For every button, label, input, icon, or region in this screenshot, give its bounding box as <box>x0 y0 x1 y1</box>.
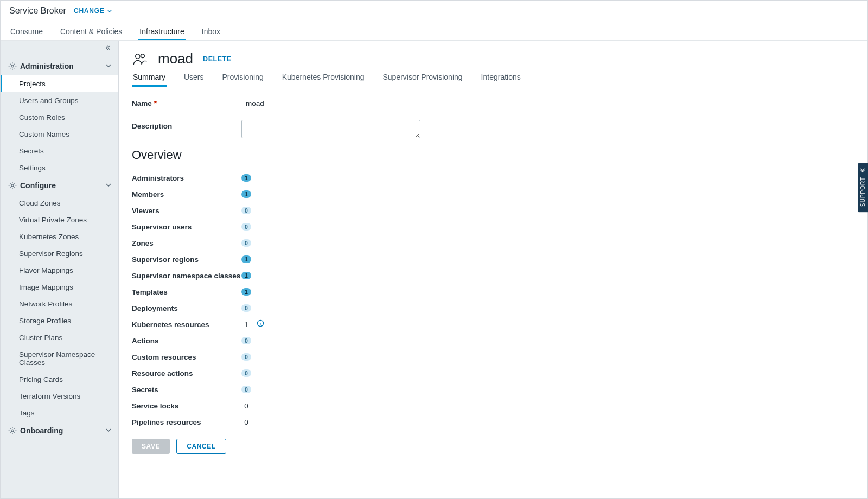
sidebar-item-storage-profiles[interactable]: Storage Profiles <box>1 312 118 329</box>
page-title-row: moad DELETE <box>132 50 854 67</box>
overview-value: 1 <box>241 288 251 296</box>
sidebar-item-flavor-mappings[interactable]: Flavor Mappings <box>1 262 118 279</box>
overview-value: 1 <box>241 255 251 263</box>
overview-label: Resource actions <box>132 369 241 378</box>
sidebar-item-pricing-cards[interactable]: Pricing Cards <box>1 371 118 388</box>
top-tab-content-policies[interactable]: Content & Policies <box>59 27 123 40</box>
tab-provisioning[interactable]: Provisioning <box>221 73 264 87</box>
top-tab-infrastructure[interactable]: Infrastructure <box>138 27 185 40</box>
overview-row: Resource actions0 <box>132 365 854 381</box>
overview-row: Deployments0 <box>132 300 854 316</box>
overview-label: Pipelines resources <box>132 418 241 426</box>
svg-point-7 <box>260 322 260 322</box>
overview-value: 1 <box>241 190 251 198</box>
sidebar-item-settings[interactable]: Settings <box>1 159 118 176</box>
overview-label: Deployments <box>132 304 241 312</box>
svg-point-4 <box>141 54 145 57</box>
sidebar-item-users-groups[interactable]: Users and Groups <box>1 92 118 109</box>
sidebar-item-cluster-plans[interactable]: Cluster Plans <box>1 329 118 346</box>
overview-label: Custom resources <box>132 353 241 361</box>
sidebar-item-secrets[interactable]: Secrets <box>1 143 118 159</box>
sidebar-collapse-row <box>1 41 118 57</box>
overview-label: Supervisor users <box>132 223 241 231</box>
info-icon[interactable] <box>251 319 264 329</box>
app-header: Service Broker CHANGE <box>1 1 867 21</box>
sidebar-section-onboarding[interactable]: Onboarding <box>1 421 118 440</box>
sidebar-item-custom-names[interactable]: Custom Names <box>1 126 118 143</box>
form-footer: SAVE CANCEL <box>132 430 854 462</box>
overview-value: 0 <box>241 369 251 377</box>
detail-tabs: SummaryUsersProvisioningKubernetes Provi… <box>132 73 854 87</box>
name-input[interactable] <box>241 97 420 110</box>
section-label: Configure <box>20 181 56 190</box>
tab-k8s-provisioning[interactable]: Kubernetes Provisioning <box>281 73 366 87</box>
svg-point-3 <box>136 54 140 58</box>
gear-icon <box>8 62 17 71</box>
overview-row: Supervisor users0 <box>132 219 854 235</box>
overview-value: 0 <box>241 418 251 426</box>
overview-label: Administrators <box>132 174 241 182</box>
sidebar-item-custom-roles[interactable]: Custom Roles <box>1 109 118 126</box>
tab-users[interactable]: Users <box>183 73 205 87</box>
support-tab[interactable]: SUPPORT <box>858 163 868 212</box>
tab-integrations[interactable]: Integrations <box>480 73 522 87</box>
sidebar-item-vpz[interactable]: Virtual Private Zones <box>1 212 118 228</box>
overview-label: Service locks <box>132 402 241 410</box>
chevron-down-icon <box>105 62 112 71</box>
save-button[interactable]: SAVE <box>132 439 170 454</box>
top-nav: ConsumeContent & PoliciesInfrastructureI… <box>1 21 867 41</box>
sidebar-item-image-mappings[interactable]: Image Mappings <box>1 279 118 296</box>
top-tab-inbox[interactable]: Inbox <box>201 27 221 40</box>
description-label: Description <box>132 120 241 130</box>
overview-value: 1 <box>241 174 251 182</box>
svg-point-1 <box>11 184 14 187</box>
tab-summary[interactable]: Summary <box>132 73 167 87</box>
change-context-link[interactable]: CHANGE <box>74 7 112 15</box>
overview-row: Pipelines resources0 <box>132 414 854 430</box>
section-label: Administration <box>20 62 74 71</box>
overview-value: 0 <box>241 353 251 361</box>
name-form-row: Name* <box>132 97 854 110</box>
overview-row: Zones0 <box>132 235 854 251</box>
overview-row: Service locks0 <box>132 398 854 414</box>
overview-label: Members <box>132 190 241 199</box>
overview-label: Templates <box>132 288 241 296</box>
chevron-double-left-icon <box>104 44 112 52</box>
sidebar-item-sup-regions[interactable]: Supervisor Regions <box>1 245 118 262</box>
page-title: moad <box>158 50 193 67</box>
overview-value: 0 <box>241 386 251 393</box>
sidebar-item-cloud-zones[interactable]: Cloud Zones <box>1 195 118 212</box>
overview-row: Custom resources0 <box>132 349 854 365</box>
sidebar-item-terraform-versions[interactable]: Terraform Versions <box>1 388 118 405</box>
delete-button[interactable]: DELETE <box>203 55 232 63</box>
support-label: SUPPORT <box>860 177 866 207</box>
description-form-row: Description <box>132 120 854 138</box>
sidebar-section-configure[interactable]: Configure <box>1 176 118 195</box>
sidebar-section-administration[interactable]: Administration <box>1 57 118 75</box>
description-textarea[interactable] <box>241 120 420 138</box>
brand-title: Service Broker <box>9 6 66 16</box>
tab-sup-provisioning[interactable]: Supervisor Provisioning <box>382 73 464 87</box>
name-label: Name* <box>132 97 241 107</box>
sidebar-item-sup-ns-classes[interactable]: Supervisor Namespace Classes <box>1 346 118 371</box>
cancel-button[interactable]: CANCEL <box>176 439 226 454</box>
overview-row: Actions0 <box>132 332 854 349</box>
gear-icon <box>8 181 17 190</box>
sidebar-item-projects[interactable]: Projects <box>1 75 118 92</box>
top-tab-consume[interactable]: Consume <box>9 27 44 40</box>
sidebar-item-k8s-zones[interactable]: Kubernetes Zones <box>1 228 118 245</box>
overview-value: 0 <box>241 304 251 312</box>
sidebar-item-net-profiles[interactable]: Network Profiles <box>1 296 118 312</box>
overview-row: Administrators1 <box>132 170 854 186</box>
users-group-icon <box>132 51 148 67</box>
overview-row: Secrets0 <box>132 381 854 398</box>
overview-row: Kubernetes resources1 <box>132 316 854 332</box>
overview-label: Viewers <box>132 207 241 215</box>
gear-icon <box>8 426 17 435</box>
collapse-sidebar-button[interactable] <box>104 44 112 54</box>
overview-label: Actions <box>132 337 241 345</box>
overview-label: Kubernetes resources <box>132 321 241 329</box>
overview-value: 0 <box>241 223 251 231</box>
sidebar-item-tags[interactable]: Tags <box>1 405 118 421</box>
overview-value: 0 <box>241 337 251 344</box>
